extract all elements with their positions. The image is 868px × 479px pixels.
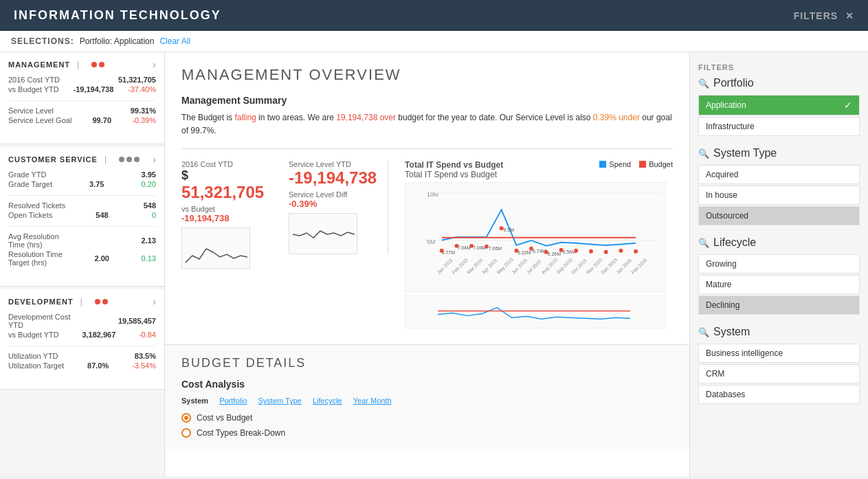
svg-text:6.74M: 6.74M <box>533 249 546 254</box>
clear-all-button[interactable]: Clear All <box>159 36 190 46</box>
svg-point-40 <box>634 249 638 254</box>
dev-vs-budget-label: vs Budget YTD <box>8 331 59 339</box>
filter-item-acquired[interactable]: Acquired <box>698 165 860 184</box>
svg-text:10M: 10M <box>427 191 438 198</box>
svg-text:Jan 2016: Jan 2016 <box>615 258 632 275</box>
main-chart-container: Total IT Spend vs Budget Total IT Spend … <box>405 160 673 331</box>
search-icon-system-type: 🔍 <box>698 148 709 159</box>
management-panel: MANAGEMENT | › 2016 Cost YTD 51,321,705 … <box>0 52 164 144</box>
open-tickets-delta: 0 <box>152 211 156 219</box>
left-sidebar: MANAGEMENT | › 2016 Cost YTD 51,321,705 … <box>0 52 165 476</box>
filter-item-bi[interactable]: Business intelligence <box>698 344 860 363</box>
radio-1-label: Cost vs Budget <box>197 413 252 423</box>
vs-budget-value: -19,194,738 <box>74 85 114 93</box>
radio-cost-vs-budget[interactable]: Cost vs Budget <box>181 413 673 423</box>
development-panel-header[interactable]: DEVELOPMENT | › <box>8 296 156 307</box>
svg-point-31 <box>500 227 504 231</box>
dev-vs-budget-value: 3,182,967 <box>82 331 115 339</box>
svg-point-37 <box>589 249 593 254</box>
avg-resolution-label: Avg Resolution Time (hrs) <box>8 232 59 249</box>
system-type-filter: 🔍 System Type Acquired In house Outsourc… <box>698 147 860 225</box>
filter-item-inhouse[interactable]: In house <box>698 186 860 205</box>
grade-target-label: Grade Target <box>8 180 52 188</box>
cost-tabs: System Portfolio System Type Lifecycle Y… <box>181 397 673 405</box>
system-filter: 🔍 System Business intelligence CRM Datab… <box>698 326 860 404</box>
main-inner: MANAGEMENT OVERVIEW Management Summary T… <box>165 52 689 344</box>
filter-item-declining[interactable]: Declining <box>698 296 860 315</box>
svg-text:Jul 2015: Jul 2015 <box>526 259 542 276</box>
utilization-target-delta: -3.54% <box>132 361 156 370</box>
legend-dot-spend <box>599 161 606 168</box>
svg-text:Jan 2015: Jan 2015 <box>436 258 454 275</box>
filters-toggle[interactable]: FILTERS ✕ <box>790 10 854 21</box>
management-chevron[interactable]: › <box>153 59 156 70</box>
kpi-vs-budget: vs Budget <box>181 205 278 213</box>
search-icon-lifecycle: 🔍 <box>698 238 709 248</box>
filter-item-outsourced[interactable]: Outsourced <box>698 206 860 225</box>
right-panel: FILTERS 🔍 Portfolio Application ✓ Infras… <box>689 52 868 476</box>
portfolio-filter: 🔍 Portfolio Application ✓ Infrastructure <box>698 77 860 136</box>
dot-grey-1 <box>119 157 124 162</box>
management-dots <box>91 62 104 67</box>
grade-ytd-value: 3.95 <box>142 170 156 179</box>
tab-portfolio[interactable]: Portfolio <box>219 397 247 405</box>
budget-title: BUDGET DETAILS <box>181 356 673 370</box>
svg-point-39 <box>619 249 623 253</box>
dev-cost-value: 19,585,457 <box>118 317 156 325</box>
svg-point-35 <box>559 248 564 252</box>
radio-cost-types[interactable]: Cost Types Break-Down <box>181 428 673 438</box>
dev-cost-label: Development Cost YTD <box>8 313 71 329</box>
sparkline-service <box>289 213 357 254</box>
lifecycle-filter-title: 🔍 Lifecycle <box>698 236 860 249</box>
filter-item-crm[interactable]: CRM <box>698 364 860 383</box>
vs-budget-label: vs Budget YTD <box>8 85 59 93</box>
close-icon[interactable]: ✕ <box>845 10 854 21</box>
management-panel-header[interactable]: MANAGEMENT | › <box>8 59 156 70</box>
svg-text:7.06M: 7.06M <box>489 246 502 251</box>
kpi-dollar: $ <box>181 168 278 183</box>
chart-legend: Spend Budget <box>599 160 673 168</box>
tab-year-month[interactable]: Year Month <box>353 397 392 405</box>
svg-point-36 <box>574 249 578 253</box>
kpi-service-val: -19,194,738 <box>289 168 377 188</box>
tab-lifecycle[interactable]: Lifecycle <box>313 397 342 405</box>
portfolio-filter-title: 🔍 Portfolio <box>698 77 860 89</box>
svg-point-38 <box>604 250 608 254</box>
radio-2-label: Cost Types Break-Down <box>197 428 285 438</box>
svg-text:7.04M: 7.04M <box>458 245 471 250</box>
legend-spend: Spend <box>599 160 631 168</box>
radio-circle-2 <box>181 428 191 438</box>
cs-dots <box>119 157 140 162</box>
svg-text:6.26M: 6.26M <box>548 252 561 256</box>
kpi-service: Service Level YTD -19,194,738 Service Le… <box>289 160 388 254</box>
resolution-time-value: 2.00 <box>95 254 109 263</box>
svg-point-27 <box>440 249 444 253</box>
tab-system-type[interactable]: System Type <box>258 397 302 405</box>
budget-section: BUDGET DETAILS Cost Analysis System Port… <box>165 344 689 449</box>
chart-title-2: Total IT Spend vs Budget <box>405 170 503 179</box>
management-title: MANAGEMENT <box>8 60 70 69</box>
legend-budget: Budget <box>639 160 673 168</box>
kpi-cost-label: 2016 Cost YTD <box>181 160 278 168</box>
utilization-target-label: Utilization Target <box>8 361 64 370</box>
tab-system[interactable]: System <box>181 397 208 405</box>
sparkline-cost <box>181 227 250 269</box>
filter-item-databases[interactable]: Databases <box>698 385 860 404</box>
search-icon-system: 🔍 <box>698 327 709 337</box>
filter-item-infrastructure[interactable]: Infrastructure <box>698 117 860 136</box>
service-level-value: 99.31% <box>131 107 156 115</box>
filter-item-application[interactable]: Application ✓ <box>698 95 860 115</box>
resolution-time-delta: 0.13 <box>142 254 156 263</box>
svg-point-30 <box>485 245 489 249</box>
cs-chevron[interactable]: › <box>153 154 156 165</box>
customer-service-header[interactable]: CUSTOMER SERVICE | › <box>8 154 156 165</box>
kpi-chart-row: 2016 Cost YTD $ 51,321,705 vs Budget -19… <box>181 160 673 331</box>
over-value: 19,194,738 <box>336 113 377 122</box>
falling-text: falling <box>234 113 256 122</box>
system-filter-title: 🔍 System <box>698 326 860 338</box>
svg-text:7.04M: 7.04M <box>473 245 486 250</box>
filter-item-growing[interactable]: Growing <box>698 254 860 274</box>
dev-chevron[interactable]: › <box>153 296 156 307</box>
filter-item-mature[interactable]: Mature <box>698 275 860 294</box>
utilization-target-value: 87.0% <box>87 361 109 370</box>
